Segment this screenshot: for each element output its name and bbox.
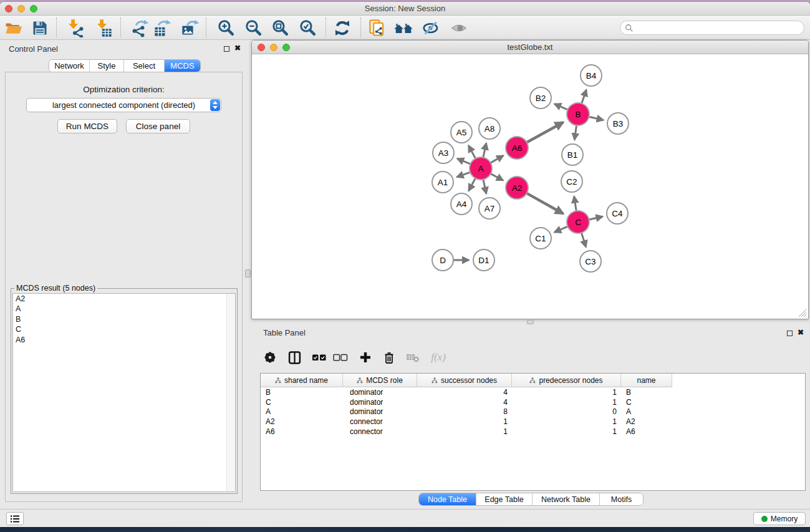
unselect-all-columns-icon[interactable] <box>331 349 350 365</box>
import-table-icon[interactable] <box>92 17 115 38</box>
graph-node-A[interactable]: A <box>469 157 493 180</box>
clone-network-icon[interactable] <box>367 17 389 38</box>
table-row[interactable]: Bdominator41B <box>261 387 805 397</box>
tab-mcds[interactable]: MCDS <box>165 60 200 72</box>
first-neighbors-icon[interactable] <box>392 17 415 38</box>
mcds-result-item[interactable]: B <box>13 314 235 324</box>
tab-network-table[interactable]: Network Table <box>533 493 600 505</box>
function-builder-icon[interactable]: f(x) <box>429 349 448 365</box>
task-history-button[interactable] <box>6 512 24 525</box>
vertical-splitter-handle[interactable] <box>245 269 251 278</box>
minimize-window-icon[interactable] <box>17 5 25 12</box>
zoom-fit-icon[interactable] <box>269 17 291 38</box>
graph-node-B1[interactable]: B1 <box>561 143 584 166</box>
table-close-icon[interactable]: ✖ <box>798 328 804 337</box>
open-file-icon[interactable] <box>2 17 25 38</box>
graph-node-A1[interactable]: A1 <box>432 171 454 193</box>
mcds-result-item[interactable]: A2 <box>13 294 235 304</box>
table-float-icon[interactable] <box>787 331 793 336</box>
resize-grip-icon[interactable] <box>799 309 807 317</box>
zoom-in-icon[interactable] <box>215 17 237 38</box>
column-header-name[interactable]: name <box>621 374 672 387</box>
table-row[interactable]: A6connector11A6 <box>261 427 805 437</box>
export-network-icon[interactable] <box>129 17 152 38</box>
network-minimize-icon[interactable] <box>270 44 277 51</box>
table-row[interactable]: A2connector11A2 <box>261 417 805 427</box>
result-scrollbar[interactable] <box>226 294 235 491</box>
tab-node-table[interactable]: Node Table <box>419 493 476 505</box>
close-window-icon[interactable] <box>5 5 12 12</box>
table-cell: A2 <box>261 417 343 426</box>
graph-node-A7[interactable]: A7 <box>478 197 501 220</box>
graph-node-D1[interactable]: D1 <box>473 249 495 271</box>
network-canvas[interactable]: B4B2BB3A8A5A6A3B1AC2A1A2A4A7C4CC1C3DD1 <box>252 54 808 319</box>
mcds-result-item[interactable]: C <box>13 324 235 334</box>
select-all-columns-icon[interactable] <box>310 349 329 365</box>
export-image-icon[interactable] <box>179 17 201 38</box>
tab-style[interactable]: Style <box>90 60 124 72</box>
search-input[interactable] <box>634 21 804 34</box>
tab-edge-table[interactable]: Edge Table <box>476 493 533 505</box>
zoom-window-icon[interactable] <box>30 5 37 12</box>
save-session-icon[interactable] <box>29 17 51 38</box>
memory-button[interactable]: Memory <box>753 512 806 525</box>
run-mcds-button[interactable]: Run MCDS <box>57 119 117 133</box>
graph-edge-A2-C[interactable] <box>525 192 563 213</box>
graph-node-A6[interactable]: A6 <box>505 136 529 160</box>
tab-select[interactable]: Select <box>124 60 165 72</box>
column-type-icon <box>529 377 536 384</box>
network-zoom-icon[interactable] <box>282 44 290 51</box>
graph-node-D[interactable]: D <box>432 249 454 271</box>
column-header-shared-name[interactable]: shared name <box>261 374 343 387</box>
table-row[interactable]: Cdominator41C <box>261 397 805 407</box>
table-row[interactable]: Adominator80A <box>261 407 805 417</box>
mcds-result-item[interactable]: A <box>13 304 235 314</box>
graph-node-C2[interactable]: C2 <box>561 170 583 193</box>
column-header-mcds-role[interactable]: MCDS role <box>343 374 417 387</box>
graph-node-C3[interactable]: C3 <box>579 250 602 273</box>
node-table: shared name MCDS role successor nodes pr… <box>260 373 806 491</box>
column-header-successor-nodes[interactable]: successor nodes <box>417 374 512 387</box>
export-table-icon[interactable] <box>152 17 174 38</box>
tab-motifs[interactable]: Motifs <box>600 493 643 505</box>
graph-node-A8[interactable]: A8 <box>478 117 501 140</box>
table-cell: 1 <box>512 398 621 407</box>
table-cell: 1 <box>512 388 621 397</box>
graph-node-B3[interactable]: B3 <box>607 112 629 135</box>
network-close-icon[interactable] <box>258 44 265 51</box>
close-panel-icon[interactable]: ✖ <box>234 44 241 52</box>
graph-node-B2[interactable]: B2 <box>529 87 552 109</box>
graph-edge-A6-B[interactable] <box>525 122 563 143</box>
graph-edge-C-C3[interactable] <box>581 231 586 247</box>
graph-node-B[interactable]: B <box>566 102 590 126</box>
show-all-icon[interactable] <box>448 17 470 38</box>
delete-table-icon[interactable] <box>403 349 422 365</box>
float-panel-icon[interactable] <box>224 46 229 52</box>
graph-node-C1[interactable]: C1 <box>529 227 552 249</box>
create-column-icon[interactable] <box>356 349 375 365</box>
hide-selected-icon[interactable] <box>420 17 442 38</box>
delete-column-icon[interactable] <box>380 349 398 365</box>
column-header-predecessor-nodes[interactable]: predecessor nodes <box>512 374 621 387</box>
optimization-criterion-dropdown[interactable]: largest connected component (directed) <box>26 98 221 112</box>
graph-node-A2[interactable]: A2 <box>505 176 529 200</box>
graph-node-A3[interactable]: A3 <box>432 142 455 164</box>
tab-network[interactable]: Network <box>49 60 90 72</box>
table-settings-icon[interactable] <box>261 349 279 365</box>
graph-node-C[interactable]: C <box>566 210 590 234</box>
node-table-header: shared name MCDS role successor nodes pr… <box>261 374 672 387</box>
mcds-result-item[interactable]: A6 <box>13 335 235 345</box>
main-titlebar: Session: New Session <box>0 2 810 16</box>
horizontal-splitter-handle[interactable] <box>527 320 534 324</box>
graph-node-B4[interactable]: B4 <box>580 64 602 87</box>
close-panel-button[interactable]: Close panel <box>126 119 190 133</box>
control-panel: Control Panel ✖ Network Style Select MCD… <box>0 40 248 509</box>
refresh-icon[interactable] <box>331 17 354 38</box>
zoom-out-icon[interactable] <box>242 17 264 38</box>
show-columns-icon[interactable] <box>285 349 304 365</box>
graph-node-A5[interactable]: A5 <box>450 121 473 143</box>
zoom-selected-icon[interactable] <box>296 17 319 38</box>
graph-node-C4[interactable]: C4 <box>606 202 629 225</box>
graph-node-A4[interactable]: A4 <box>450 193 473 215</box>
import-network-icon[interactable] <box>64 17 86 38</box>
